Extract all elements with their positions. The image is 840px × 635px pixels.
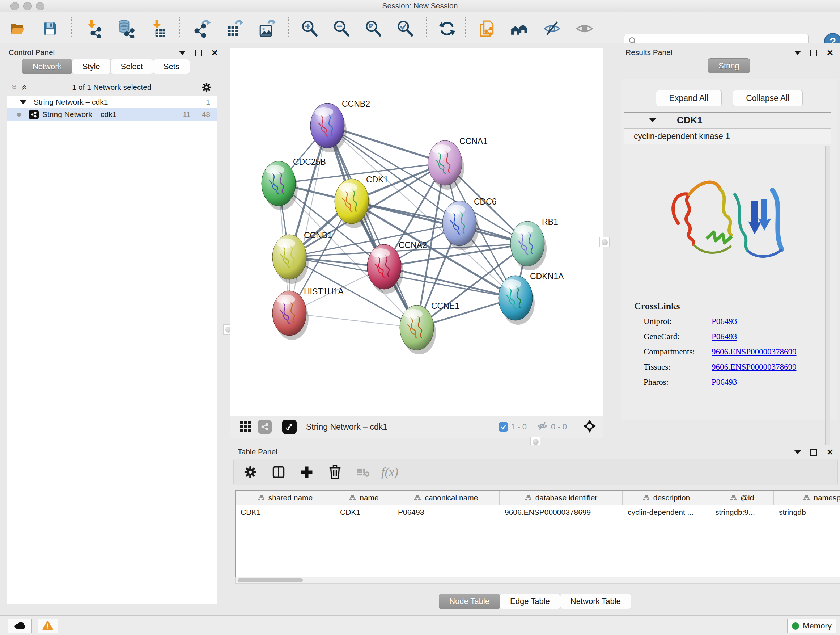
node-CCNB2[interactable]: CCNB2 (310, 99, 370, 152)
crosslink-link[interactable]: 9606.ENSP00000378699 (712, 347, 797, 356)
attribute-tree-icon (349, 494, 356, 501)
crosslink-link[interactable]: P06493 (712, 378, 737, 387)
save-session-button[interactable] (39, 19, 61, 40)
column-header-canonical-name[interactable]: canonical name (393, 491, 500, 505)
crosslink-link[interactable]: 9606.ENSP00000378699 (712, 363, 797, 372)
column-header-description[interactable]: description (622, 491, 710, 505)
tab-string[interactable]: String (708, 58, 750, 73)
import-network-from-file-button[interactable] (82, 19, 104, 40)
edge-HIST1H1A-CCNE1[interactable] (289, 313, 417, 328)
column-header-name[interactable]: name (335, 491, 393, 505)
table-cell[interactable]: stringdb (774, 505, 840, 519)
table-horizontal-scrollbar[interactable] (235, 577, 840, 584)
toolbar-divider (577, 419, 577, 435)
table-cell[interactable]: 9606.ENSP00000378699 (500, 505, 622, 519)
column-header-namespace[interactable]: namespace (774, 491, 840, 505)
results-scrollbar[interactable] (825, 146, 830, 450)
tab-style[interactable]: Style (72, 59, 111, 74)
table-cell[interactable]: CDK1 (335, 505, 393, 519)
expand-all-button[interactable]: Expand All (656, 90, 722, 106)
node-CCNE1[interactable]: CCNE1 (400, 301, 459, 355)
delete-table-icon[interactable] (352, 461, 375, 484)
warning-button[interactable] (38, 619, 58, 633)
node-CDC6[interactable]: CDC6 (442, 197, 497, 250)
close-panel-icon[interactable]: ✕ (827, 50, 834, 56)
show-columns-icon[interactable] (267, 461, 290, 484)
panel-menu-icon[interactable] (794, 450, 801, 454)
close-panel-icon[interactable]: ✕ (211, 50, 218, 56)
hidden-eye-icon[interactable] (537, 420, 548, 433)
first-neighbors-button[interactable] (508, 19, 531, 40)
export-network-button[interactable] (191, 19, 213, 40)
tab-network-table[interactable]: Network Table (560, 594, 631, 609)
tab-select[interactable]: Select (111, 59, 153, 74)
float-panel-icon[interactable] (810, 449, 817, 456)
right-splitter-handle[interactable] (600, 237, 609, 247)
crosslink-label: Pharos: (644, 378, 712, 387)
fit-content-button[interactable] (363, 19, 384, 40)
duplicate-documents-icon (478, 19, 496, 39)
edge-CDK1-RB1[interactable] (352, 201, 527, 244)
tab-network[interactable]: Network (22, 59, 73, 74)
node-CDKN1A[interactable]: CDKN1A (499, 272, 564, 325)
column-header-database-identifier[interactable]: database identifier (500, 491, 622, 505)
export-image-button[interactable] (256, 19, 278, 40)
table-row[interactable]: CDK1CDK1P064939606.ENSP00000378699cyclin… (235, 505, 840, 519)
import-table-from-file-button[interactable] (148, 19, 169, 40)
node-CDC25B[interactable]: CDC25B (262, 157, 326, 211)
protein-section-header[interactable]: CDK1 (624, 112, 831, 128)
crosshair-icon[interactable] (583, 419, 597, 435)
duplicate-network-button[interactable] (476, 19, 498, 40)
column-header--id[interactable]: @id (710, 491, 774, 505)
crosslink-link[interactable]: P06493 (712, 332, 737, 341)
function-builder-icon[interactable]: f(x) (381, 465, 398, 479)
hide-selected-button[interactable] (541, 19, 563, 40)
crosslink-label: Compartments: (644, 347, 712, 356)
create-column-plus-icon[interactable] (295, 461, 318, 484)
birdseye-grid-icon[interactable] (239, 420, 251, 434)
annotation-share-icon[interactable] (258, 420, 272, 434)
tab-edge-table[interactable]: Edge Table (500, 594, 561, 609)
refresh-button[interactable] (436, 19, 458, 40)
edge-CCNB2-HIST1H1A[interactable] (289, 126, 327, 313)
network-collection-row[interactable]: String Network – cdk1 1 (7, 96, 217, 108)
open-in-window-icon[interactable] (282, 420, 297, 434)
node-CCNA1[interactable]: CCNA1 (428, 136, 488, 190)
node-RB1[interactable]: RB1 (510, 217, 558, 271)
table-cell[interactable]: cyclin-dependent ... (622, 505, 710, 519)
crosslink-link[interactable]: P06493 (712, 317, 737, 326)
zoom-selected-button[interactable] (394, 19, 416, 40)
network-canvas[interactable]: CCNB2CCNA1CDC25BCDK1CDC6RB1CCNB1CCNA2CDK… (231, 48, 603, 416)
close-panel-icon[interactable]: ✕ (827, 450, 834, 455)
cloud-button[interactable] (8, 619, 32, 633)
open-session-button[interactable] (6, 19, 28, 40)
zoom-in-button[interactable] (299, 19, 321, 40)
selected-checkbox-icon[interactable] (499, 423, 508, 432)
table-cell[interactable]: stringdb:9... (710, 505, 774, 519)
collection-expand-icon[interactable] (20, 100, 27, 104)
float-panel-icon[interactable] (810, 50, 817, 57)
table-cell[interactable]: P06493 (393, 505, 500, 519)
memory-button[interactable]: Memory (787, 619, 836, 633)
show-all-button[interactable] (574, 19, 595, 40)
column-header-shared-name[interactable]: shared name (235, 491, 335, 505)
network-options-gear-icon[interactable] (201, 81, 212, 95)
export-table-button[interactable] (224, 19, 245, 40)
node-CCNA2[interactable]: CCNA2 (367, 241, 427, 294)
table-cell[interactable]: CDK1 (235, 505, 335, 519)
open-folder-icon (8, 19, 27, 39)
float-panel-icon[interactable] (195, 50, 202, 57)
delete-column-trash-icon[interactable] (324, 461, 347, 484)
collapse-all-button[interactable]: Collapse All (733, 90, 803, 106)
scrollbar-thumb[interactable] (238, 578, 303, 582)
table-settings-gear-icon[interactable] (239, 461, 262, 484)
node-HIST1H1A[interactable]: HIST1H1A (272, 287, 344, 340)
tab-node-table[interactable]: Node Table (439, 594, 500, 609)
panel-menu-icon[interactable] (794, 51, 801, 55)
collapse-section-icon[interactable] (649, 119, 656, 122)
tab-sets[interactable]: Sets (153, 59, 190, 74)
zoom-out-button[interactable] (331, 19, 352, 40)
network-row[interactable]: String Network – cdk1 11 48 (7, 108, 217, 120)
panel-menu-icon[interactable] (179, 51, 186, 55)
import-network-from-database-button[interactable] (115, 19, 137, 40)
